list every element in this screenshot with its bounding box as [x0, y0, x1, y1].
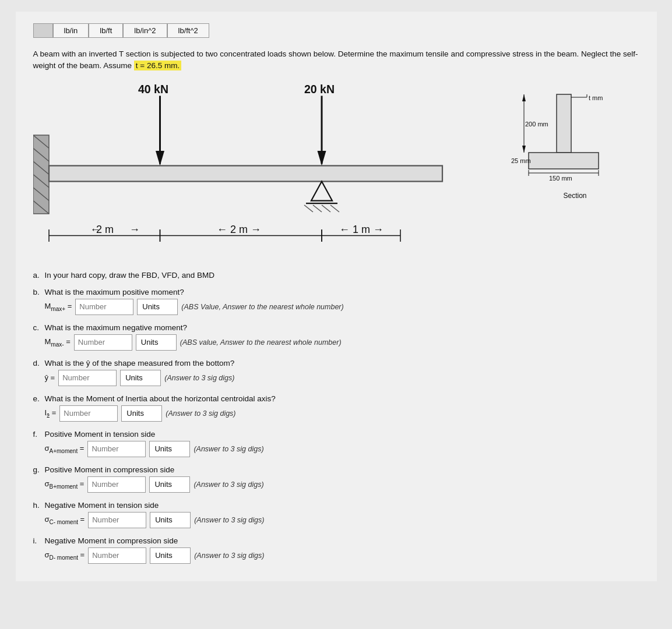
- part-e-hint: (Answer to 3 sig digs): [166, 409, 235, 418]
- part-b-label: b.: [33, 288, 41, 296]
- part-b-number-input[interactable]: [75, 299, 133, 315]
- part-e-input-row: Iz̄ = Units (Answer to 3 sig digs): [45, 405, 639, 422]
- svg-text:← 1 m →: ← 1 m →: [339, 224, 384, 235]
- part-h-title-row: h. Negative Moment in tension side: [33, 501, 639, 510]
- section-diagram: 200 mm t mm 25 mm 150 mm Section: [511, 83, 639, 200]
- part-d-hint: (Answer to 3 sig digs): [164, 374, 234, 382]
- part-i-title-row: i. Negative Moment in compression side: [33, 536, 639, 545]
- questions: a. In your hard copy, draw the FBD, VFD,…: [33, 271, 639, 564]
- unit-bar: lb/in lb/ft lb/in^2 lb/ft^2: [33, 23, 639, 38]
- page: lb/in lb/ft lb/in^2 lb/ft^2 A beam with …: [16, 12, 657, 581]
- unit-bar-lbin[interactable]: lb/in: [53, 23, 89, 38]
- part-a-row: a. In your hard copy, draw the FBD, VFD,…: [33, 271, 639, 280]
- part-c-equation: Mmax- =: [45, 337, 71, 348]
- svg-text:t mm: t mm: [589, 94, 603, 101]
- part-c-number-input[interactable]: [74, 334, 132, 351]
- part-i-text: Negative Moment in compression side: [45, 536, 178, 545]
- unit-bar-label: [33, 23, 53, 38]
- part-g-number-input[interactable]: [87, 476, 146, 493]
- part-i-equation: σD- moment =: [45, 550, 85, 561]
- svg-text:25 mm: 25 mm: [511, 157, 531, 164]
- section-title: Section: [511, 192, 639, 200]
- part-c-title-row: c. What is the maximum negative moment?: [33, 323, 639, 332]
- unit-bar-lbft2[interactable]: lb/ft^2: [167, 23, 209, 38]
- svg-line-17: [313, 205, 322, 212]
- diagram-row: 40 kN 20 kN ← 2 m →: [33, 83, 639, 259]
- part-d-label: d.: [33, 359, 41, 367]
- svg-text:← 2 m →: ← 2 m →: [217, 224, 261, 235]
- part-b-units-box[interactable]: Units: [137, 299, 178, 315]
- svg-marker-14: [311, 181, 332, 200]
- part-i-label: i.: [33, 536, 41, 545]
- part-g-label: g.: [33, 465, 41, 474]
- svg-text:2 m: 2 m: [96, 224, 114, 235]
- part-e-label: e.: [33, 394, 41, 403]
- part-g-input-row: σB+moment = Units (Answer to 3 sig digs): [45, 476, 639, 493]
- part-h-number-input[interactable]: [88, 512, 146, 528]
- part-b-input-row: Mmax+ = Units (ABS Value, Answer to the …: [45, 299, 639, 315]
- svg-rect-7: [49, 165, 442, 181]
- part-c-section: c. What is the maximum negative moment? …: [33, 323, 639, 351]
- part-f-title-row: f. Positive Moment in tension side: [33, 430, 639, 439]
- part-h-units-box[interactable]: Units: [150, 512, 191, 528]
- part-d-number-input[interactable]: [58, 370, 117, 386]
- part-f-units-box[interactable]: Units: [149, 441, 190, 457]
- svg-rect-35: [529, 153, 599, 169]
- part-e-units-box[interactable]: Units: [121, 405, 162, 422]
- part-g-units-box[interactable]: Units: [149, 476, 190, 493]
- part-g-title-row: g. Positive Moment in compression side: [33, 465, 639, 474]
- problem-statement: A beam with an inverted T section is sub…: [33, 48, 639, 72]
- part-i-units-box[interactable]: Units: [150, 547, 191, 564]
- svg-line-16: [304, 205, 313, 212]
- part-c-input-row: Mmax- = Units (ABS value, Answer to the …: [45, 334, 639, 351]
- part-c-hint: (ABS value, Answer to the nearest whole …: [180, 338, 342, 347]
- part-e-section: e. What is the Moment of Inertia about t…: [33, 394, 639, 422]
- svg-text:20 kN: 20 kN: [304, 83, 335, 96]
- part-i-input-row: σD- moment = Units (Answer to 3 sig digs…: [45, 547, 639, 564]
- part-h-label: h.: [33, 501, 41, 510]
- svg-text:200 mm: 200 mm: [525, 121, 548, 128]
- part-b-section: b. What is the maximum positive moment? …: [33, 288, 639, 315]
- part-g-hint: (Answer to 3 sig digs): [193, 480, 263, 489]
- part-h-hint: (Answer to 3 sig digs): [194, 516, 264, 524]
- part-f-equation: σA+moment =: [45, 444, 85, 454]
- part-a-label: a.: [33, 271, 41, 280]
- part-b-text: What is the maximum positive moment?: [45, 288, 184, 296]
- part-c-label: c.: [33, 323, 41, 332]
- part-b-hint: (ABS Value, Answer to the nearest whole …: [181, 303, 343, 311]
- beam-svg: 40 kN 20 kN ← 2 m →: [33, 83, 488, 257]
- part-c-text: What is the maximum negative moment?: [45, 323, 188, 332]
- svg-text:→: →: [129, 224, 140, 235]
- svg-rect-0: [33, 135, 49, 214]
- svg-line-19: [330, 205, 339, 212]
- part-h-equation: σC- moment =: [45, 515, 85, 525]
- part-f-number-input[interactable]: [87, 441, 146, 457]
- beam-diagram: 40 kN 20 kN ← 2 m →: [33, 83, 488, 259]
- section-svg: 200 mm t mm 25 mm 150 mm: [511, 83, 628, 188]
- part-d-section: d. What is the ŷ of the shape measured f…: [33, 359, 639, 386]
- part-f-hint: (Answer to 3 sig digs): [193, 445, 263, 453]
- unit-bar-lbft[interactable]: lb/ft: [89, 23, 123, 38]
- part-e-text: What is the Moment of Inertia about the …: [45, 394, 276, 403]
- part-b-title-row: b. What is the maximum positive moment?: [33, 288, 639, 296]
- part-i-number-input[interactable]: [88, 547, 146, 564]
- part-d-equation: ŷ =: [45, 373, 55, 382]
- highlight-value: t = 26.5 mm.: [134, 61, 181, 70]
- part-d-units-box[interactable]: Units: [120, 370, 161, 386]
- svg-marker-37: [522, 94, 526, 101]
- part-i-hint: (Answer to 3 sig digs): [194, 552, 264, 560]
- part-f-label: f.: [33, 430, 41, 439]
- part-g-text: Positive Moment in compression side: [45, 465, 175, 474]
- part-e-equation: Iz̄ =: [45, 408, 57, 419]
- part-e-title-row: e. What is the Moment of Inertia about t…: [33, 394, 639, 403]
- svg-text:40 kN: 40 kN: [138, 83, 168, 96]
- svg-line-18: [322, 205, 330, 212]
- part-f-input-row: σA+moment = Units (Answer to 3 sig digs): [45, 441, 639, 457]
- part-f-section: f. Positive Moment in tension side σA+mo…: [33, 430, 639, 457]
- part-b-equation: Mmax+ =: [45, 302, 72, 312]
- unit-bar-lbin2[interactable]: lb/in^2: [123, 23, 167, 38]
- part-g-equation: σB+moment =: [45, 479, 85, 490]
- part-d-input-row: ŷ = Units (Answer to 3 sig digs): [45, 370, 639, 386]
- part-e-number-input[interactable]: [59, 405, 118, 422]
- part-c-units-box[interactable]: Units: [136, 334, 177, 351]
